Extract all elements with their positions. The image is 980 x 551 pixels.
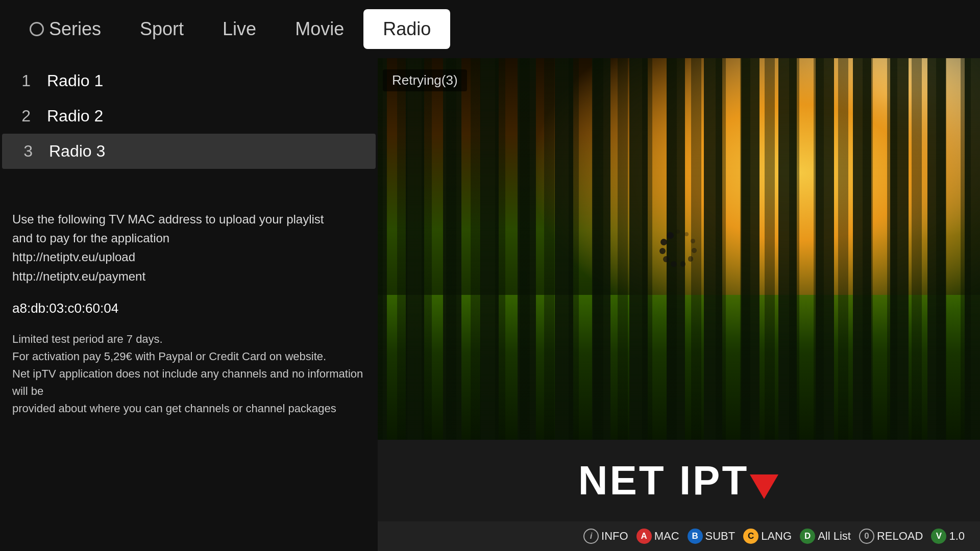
channel-num-2: 2 (12, 107, 31, 126)
bottom-bar: i INFO A MAC B SUBT C LANG D All List (378, 521, 980, 551)
nav-item-series[interactable]: Series (10, 9, 120, 49)
v-icon: V (931, 529, 946, 544)
right-panel: Retrying(3) NET IPT i INFO A MAC B (378, 58, 980, 551)
version-label: V 1.0 (931, 529, 965, 544)
a-icon: A (636, 529, 652, 544)
channel-num-1: 1 (12, 71, 31, 90)
channel-row-2[interactable]: 2 Radio 2 (0, 98, 378, 134)
info-circle-icon: i (583, 529, 599, 544)
channel-num-3: 3 (14, 142, 33, 161)
nav-item-live[interactable]: Live (203, 9, 276, 49)
channel-name-3: Radio 3 (49, 142, 105, 161)
nav-item-movie[interactable]: Movie (276, 9, 363, 49)
video-area: Retrying(3) (378, 58, 980, 440)
d-icon: D (800, 529, 815, 544)
logo-bar: NET IPT (378, 440, 980, 521)
nav-item-sport[interactable]: Sport (120, 9, 203, 49)
channel-name-2: Radio 2 (47, 107, 103, 126)
zero-icon: 0 (859, 529, 874, 544)
mac-button[interactable]: A MAC (636, 529, 679, 544)
mac-address: a8:db:03:c0:60:04 (12, 298, 365, 318)
trial-info: Limited test period are 7 days. For acti… (12, 331, 365, 417)
b-icon: B (688, 529, 703, 544)
channel-row-3[interactable]: 3 Radio 3 (2, 134, 376, 169)
alllist-button[interactable]: D All List (800, 529, 851, 544)
info-button[interactable]: i INFO (583, 529, 628, 544)
channel-name-1: Radio 1 (47, 71, 103, 90)
subt-button[interactable]: B SUBT (688, 529, 736, 544)
loading-spinner (658, 229, 699, 269)
c-icon: C (743, 529, 758, 544)
nav-bar: Series Sport Live Movie Radio (0, 0, 980, 58)
main-content: 1 Radio 1 2 Radio 2 3 Radio 3 Use the fo… (0, 58, 980, 551)
left-panel: 1 Radio 1 2 Radio 2 3 Radio 3 Use the fo… (0, 58, 378, 551)
channel-list: 1 Radio 1 2 Radio 2 3 Radio 3 (0, 63, 378, 169)
app-logo: NET IPT (578, 457, 780, 504)
channel-row-1[interactable]: 1 Radio 1 (0, 63, 378, 98)
series-icon (30, 22, 44, 36)
lang-button[interactable]: C LANG (743, 529, 792, 544)
info-section: Use the following TV MAC address to uplo… (0, 210, 378, 418)
retrying-badge: Retrying(3) (383, 69, 467, 91)
logo-v-icon (750, 474, 778, 499)
nav-item-radio[interactable]: Radio (363, 9, 450, 49)
reload-button[interactable]: 0 RELOAD (859, 529, 923, 544)
